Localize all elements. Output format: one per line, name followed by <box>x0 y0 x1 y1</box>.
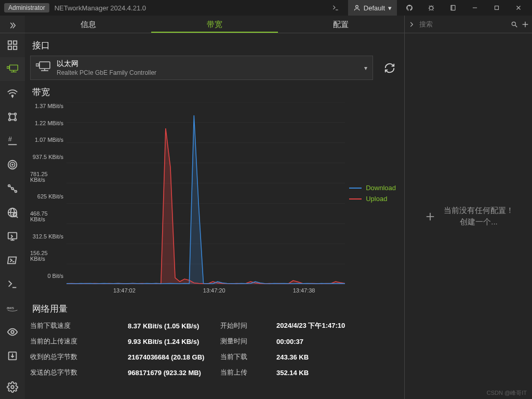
plus-icon: ＋ <box>423 209 437 223</box>
search-input[interactable] <box>418 20 508 29</box>
value-current-dl: 243.36 KB <box>276 353 380 361</box>
svg-text:aws: aws <box>7 305 14 310</box>
svg-rect-54 <box>36 64 39 66</box>
empty-line-1: 当前没有任何配置！ <box>444 205 514 217</box>
svg-point-21 <box>15 113 17 115</box>
bandwidth-chart: 1.37 MBit/s 1.22 MBit/s 1.07 MBit/s 937.… <box>30 102 399 284</box>
rail-item-putty[interactable] <box>0 272 25 296</box>
minimize-button[interactable] <box>466 0 484 16</box>
value-bytes-sent: 968171679 (923.32 MB) <box>128 369 216 377</box>
value-bytes-received: 21674036684 (20.18 GB) <box>128 353 216 361</box>
value-current-download: 8.37 KBit/s (1.05 KB/s) <box>128 322 216 330</box>
svg-text:#: # <box>8 135 12 143</box>
rail-item-export[interactable] <box>0 344 25 368</box>
svg-rect-9 <box>8 41 11 44</box>
value-measure-time: 00:00:37 <box>276 338 380 345</box>
section-interface-title: 接口 <box>32 39 399 51</box>
empty-line-2: 创建一个... <box>444 216 514 228</box>
svg-rect-16 <box>7 66 9 68</box>
docs-icon[interactable] <box>444 0 462 16</box>
svg-point-50 <box>11 385 14 389</box>
svg-rect-12 <box>14 46 17 49</box>
rail-item-ping-monitor[interactable] <box>0 153 25 177</box>
interface-description: Realtek PCIe GbE Family Controller <box>57 69 358 76</box>
svg-point-47 <box>11 330 14 334</box>
chart-canvas <box>66 102 345 284</box>
app-title: NETworkManager 2024.4.21.0 <box>55 4 146 12</box>
svg-point-2 <box>430 6 433 10</box>
rail-item-traceroute[interactable] <box>0 177 25 201</box>
bug-icon[interactable] <box>422 0 441 16</box>
add-button[interactable] <box>521 19 529 30</box>
rail-item-ip-scanner[interactable] <box>0 105 25 129</box>
label-bytes-received: 收到的总字节数 <box>30 352 124 362</box>
tab-bandwidth[interactable]: 带宽 <box>151 16 277 33</box>
rail-item-network-interface[interactable] <box>0 57 25 81</box>
interface-dropdown[interactable]: 以太网 Realtek PCIe GbE Family Controller ▾ <box>30 56 373 80</box>
svg-rect-11 <box>8 46 11 49</box>
rail-item-powershell[interactable] <box>0 248 25 272</box>
tab-config[interactable]: 配置 <box>278 16 404 33</box>
rail-expand-button[interactable] <box>0 18 25 33</box>
value-current-ul: 352.14 KB <box>276 369 380 377</box>
label-start-time: 开始时间 <box>220 321 272 330</box>
svg-point-35 <box>15 191 17 193</box>
svg-point-22 <box>9 119 11 121</box>
label-current-ul: 当前上传 <box>220 368 272 377</box>
label-current-upload: 当前的上传速度 <box>30 337 124 346</box>
rail-item-aws[interactable]: aws <box>0 296 25 320</box>
sidebar-rail: # aws <box>0 16 25 399</box>
svg-line-40 <box>16 216 18 218</box>
github-icon[interactable] <box>400 0 419 16</box>
label-measure-time: 测量时间 <box>220 337 272 346</box>
admin-badge: Administrator <box>4 3 49 12</box>
chevron-right-icon[interactable] <box>408 19 415 30</box>
svg-point-32 <box>12 164 13 165</box>
label-current-dl: 当前下载 <box>220 352 272 362</box>
svg-point-20 <box>9 113 11 115</box>
svg-rect-13 <box>10 65 18 70</box>
svg-line-67 <box>515 25 517 27</box>
rail-item-visibility[interactable] <box>0 320 25 344</box>
right-panel: ＋ 当前没有任何配置！ 创建一个... <box>404 16 532 399</box>
legend-upload: Upload <box>366 195 387 203</box>
ethernet-icon <box>36 61 50 74</box>
center-pane: 信息 带宽 配置 接口 以太网 Realtek PCIe GbE Family … <box>25 16 404 399</box>
empty-config-placeholder[interactable]: ＋ 当前没有任何配置！ 创建一个... <box>405 33 532 399</box>
rail-item-wifi[interactable] <box>0 81 25 105</box>
tabs: 信息 带宽 配置 <box>25 16 404 33</box>
rail-item-port-scanner[interactable]: # <box>0 129 25 153</box>
svg-rect-51 <box>39 62 50 69</box>
svg-rect-6 <box>495 6 499 10</box>
chevron-down-icon: ▾ <box>364 64 367 72</box>
chart-legend: Download Upload <box>349 102 399 284</box>
watermark: CSDN @峰哥IT <box>487 389 527 397</box>
svg-point-34 <box>11 188 14 190</box>
svg-rect-10 <box>14 41 17 44</box>
close-button[interactable] <box>509 0 528 16</box>
svg-point-1 <box>355 5 358 8</box>
section-bandwidth-title: 带宽 <box>32 86 399 98</box>
chevron-down-icon: ▾ <box>388 4 392 12</box>
terminal-icon[interactable] <box>326 0 345 16</box>
svg-point-66 <box>512 22 515 25</box>
label-bytes-sent: 发送的总字节数 <box>30 368 124 377</box>
rail-item-dashboard[interactable] <box>0 33 25 57</box>
search-icon[interactable] <box>511 19 518 30</box>
interface-name: 以太网 <box>57 59 358 69</box>
rail-item-settings[interactable] <box>0 375 25 399</box>
tab-info[interactable]: 信息 <box>25 16 151 33</box>
rail-item-remote-desktop[interactable] <box>0 224 25 248</box>
svg-point-23 <box>15 119 17 121</box>
svg-rect-41 <box>8 233 17 239</box>
profile-dropdown[interactable]: Default ▾ <box>348 0 397 16</box>
refresh-button[interactable] <box>380 56 399 80</box>
user-icon <box>353 4 361 11</box>
legend-download: Download <box>366 184 396 192</box>
value-start-time: 2024/4/23 下午1:47:10 <box>276 321 380 330</box>
maximize-button[interactable] <box>487 0 506 16</box>
section-usage-title: 网络用量 <box>32 303 399 315</box>
value-current-upload: 9.93 KBit/s (1.24 KB/s) <box>128 338 216 345</box>
label-current-download: 当前下载速度 <box>30 321 124 330</box>
rail-item-dns-lookup[interactable] <box>0 201 25 224</box>
